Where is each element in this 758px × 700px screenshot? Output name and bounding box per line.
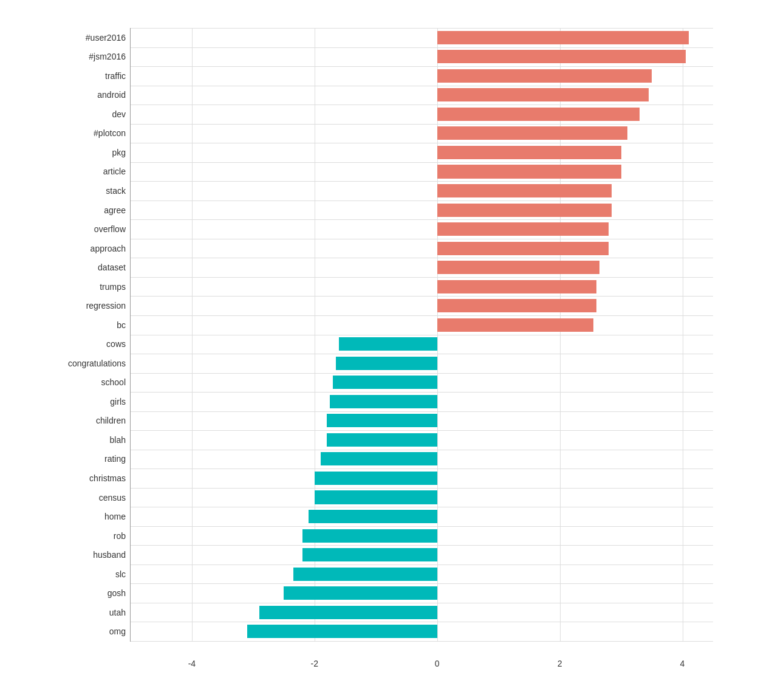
grid-line-h xyxy=(131,277,713,278)
bar-row xyxy=(437,31,689,44)
bar-row xyxy=(315,490,437,504)
y-axis-label: #jsm2016 xyxy=(89,52,131,61)
y-axis-label: census xyxy=(99,493,131,503)
grid-line-h xyxy=(131,507,713,507)
grid-line-h xyxy=(131,488,713,489)
bar-row xyxy=(327,433,437,447)
y-axis-label: traffic xyxy=(105,71,131,81)
bar-row xyxy=(330,395,437,408)
bar-row xyxy=(336,357,437,370)
grid-line-h xyxy=(131,392,713,393)
bar-row xyxy=(437,108,640,121)
chart-container: #user2016#jsm2016trafficandroiddev#plotc… xyxy=(21,16,737,684)
y-axis-label: stack xyxy=(106,186,131,196)
y-axis-label: agree xyxy=(104,205,131,215)
y-axis-label: article xyxy=(103,166,131,176)
bar-row xyxy=(437,280,596,293)
grid-line-h xyxy=(131,86,713,86)
y-axis-label: dataset xyxy=(98,262,131,272)
bar-row xyxy=(437,50,686,63)
x-axis-tick: 0 xyxy=(435,659,440,668)
grid-line-h xyxy=(131,219,713,220)
y-axis-label: omg xyxy=(109,626,131,636)
x-axis-tick: -4 xyxy=(188,659,196,668)
grid-line-h xyxy=(131,296,713,297)
grid-line-h xyxy=(131,641,713,642)
y-axis-label: rating xyxy=(104,454,131,464)
grid-line-h xyxy=(131,564,713,565)
bar-row xyxy=(437,204,612,217)
y-axis-label: husband xyxy=(93,550,131,560)
grid-line-h xyxy=(131,583,713,584)
bar-row xyxy=(327,414,437,427)
bar-row xyxy=(259,606,437,619)
bar-row xyxy=(437,88,649,101)
y-axis-label: #user2016 xyxy=(86,33,131,43)
y-axis-label: #plotcon xyxy=(94,128,131,138)
x-axis-tick: 4 xyxy=(680,659,685,668)
grid-line-h xyxy=(131,526,713,527)
grid-line-h xyxy=(131,430,713,431)
y-axis-label: pkg xyxy=(112,148,131,157)
grid-line-h xyxy=(131,143,713,143)
bar-row xyxy=(437,299,596,312)
bar-row xyxy=(437,165,621,178)
y-axis-label: girls xyxy=(110,397,131,407)
bar-row xyxy=(437,146,621,159)
y-axis-label: dev xyxy=(112,109,131,119)
grid-line-h xyxy=(131,622,713,622)
grid-line-h xyxy=(131,603,713,603)
grid-line-h xyxy=(131,450,713,450)
y-axis-label: cows xyxy=(106,339,131,349)
bar-row xyxy=(333,376,437,389)
grid-line-h xyxy=(131,315,713,316)
chart-area: #user2016#jsm2016trafficandroiddev#plotc… xyxy=(130,28,713,642)
y-axis-label: home xyxy=(104,512,131,521)
bar-row xyxy=(247,625,437,638)
grid-line-h xyxy=(131,335,713,335)
bar-row xyxy=(437,242,609,255)
y-axis-label: trumps xyxy=(100,282,131,292)
bar-row xyxy=(315,472,437,485)
bar-row xyxy=(309,510,437,523)
y-axis-label: bc xyxy=(117,320,131,330)
y-axis-label: android xyxy=(97,90,131,100)
y-axis-label: regression xyxy=(86,301,131,311)
y-axis-label: christmas xyxy=(89,473,131,483)
bar-row xyxy=(302,529,437,543)
bar-row xyxy=(321,452,437,465)
x-axis-tick: -2 xyxy=(311,659,318,668)
grid-line-h xyxy=(131,181,713,182)
y-axis-label: school xyxy=(101,377,131,387)
bar-row xyxy=(437,126,627,140)
bar-row xyxy=(293,568,437,581)
bar-row xyxy=(437,222,609,236)
bar-row xyxy=(339,337,437,351)
y-axis-label: utah xyxy=(109,608,131,617)
x-axis-tick: 2 xyxy=(558,659,562,668)
grid-line-h xyxy=(131,258,713,258)
grid-line-h xyxy=(131,47,713,48)
bar-row xyxy=(302,548,437,561)
grid-line-h xyxy=(131,28,713,29)
bar-row xyxy=(284,586,437,600)
y-axis-label: approach xyxy=(90,244,131,253)
y-axis-label: children xyxy=(96,416,131,425)
grid-line-h xyxy=(131,354,713,354)
grid-line-h xyxy=(131,66,713,67)
grid-line-h xyxy=(131,411,713,412)
y-axis-label: gosh xyxy=(108,588,131,598)
y-axis-label: rob xyxy=(114,531,131,541)
grid-line-h xyxy=(131,468,713,469)
grid-line-h xyxy=(131,124,713,125)
y-axis-label: blah xyxy=(110,435,131,445)
y-axis-label: overflow xyxy=(94,224,131,234)
bar-row xyxy=(437,261,600,274)
grid-line-h xyxy=(131,201,713,201)
bar-row xyxy=(437,184,612,197)
grid-line-h xyxy=(131,162,713,163)
bar-row xyxy=(437,69,652,83)
grid-line-h xyxy=(131,545,713,546)
y-axis-label: slc xyxy=(115,569,131,579)
grid-line-h xyxy=(131,373,713,374)
